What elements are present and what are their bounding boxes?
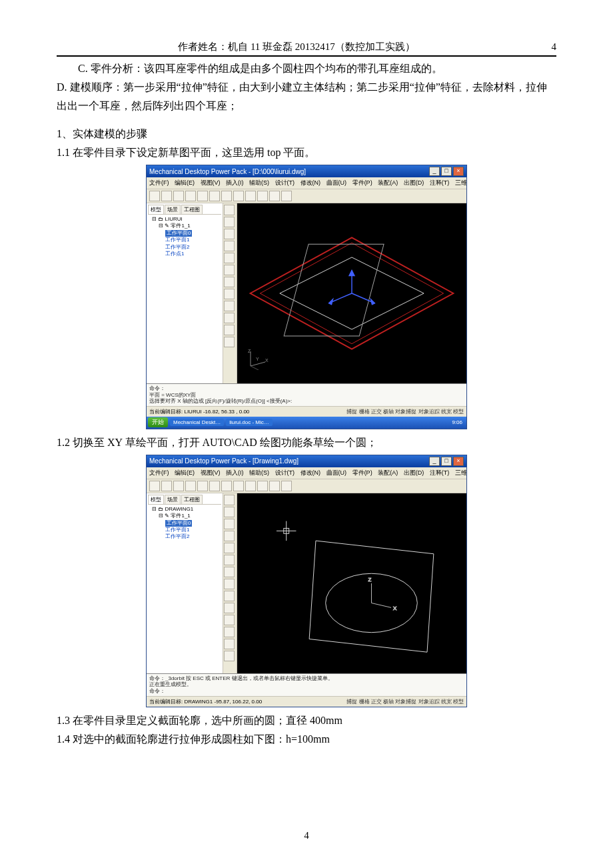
- menu-item[interactable]: 三维工具集(3): [455, 179, 466, 186]
- model-browser[interactable]: 模型 场景 工程图 ⊟ 🗀 LIURUI ⊟ ✎ 零件1_1 工作平面0 工作平…: [147, 203, 223, 383]
- menu-item[interactable]: 设计(T): [275, 469, 295, 476]
- feature-tree[interactable]: ⊟ 🗀 DRAWING1 ⊟ ✎ 零件1_1 工作平面0 工作平面1 工作平面2: [148, 506, 221, 541]
- maximize-icon[interactable]: □: [441, 457, 452, 466]
- status-toggles[interactable]: 捕捉 栅格 正交 极轴 对象捕捉 对象追踪 线宽 模型: [346, 698, 464, 705]
- tab-drawing[interactable]: 工程图: [181, 495, 203, 504]
- tree-selected[interactable]: 工作平面0: [165, 230, 192, 237]
- toolbar-button[interactable]: [173, 191, 184, 201]
- tool-icon[interactable]: [224, 651, 235, 661]
- tool-icon[interactable]: [224, 615, 235, 625]
- tool-icon[interactable]: [224, 229, 235, 239]
- tab-model[interactable]: 模型: [148, 205, 164, 214]
- menu-item[interactable]: 曲面(U): [326, 469, 347, 476]
- toolbar-button[interactable]: [149, 191, 160, 201]
- tool-icon[interactable]: [224, 241, 235, 251]
- menubar[interactable]: 文件(F) 编辑(E) 视图(V) 插入(I) 辅助(S) 设计(T) 修改(N…: [147, 177, 466, 189]
- toolbar-button[interactable]: [185, 191, 196, 201]
- tool-icon[interactable]: [224, 591, 235, 601]
- tool-icon[interactable]: [224, 337, 235, 347]
- tool-icon[interactable]: [224, 217, 235, 227]
- tool-icon[interactable]: [224, 205, 235, 215]
- tab-scene[interactable]: 场景: [165, 495, 181, 504]
- toolbar-button[interactable]: [245, 191, 256, 201]
- tab-model[interactable]: 模型: [148, 495, 164, 504]
- tool-icon[interactable]: [224, 301, 235, 311]
- start-button[interactable]: 开始: [148, 417, 168, 427]
- tool-icon[interactable]: [224, 519, 235, 529]
- toolbar-button[interactable]: [173, 481, 184, 491]
- tool-icon[interactable]: [224, 567, 235, 577]
- minimize-icon[interactable]: _: [429, 167, 440, 176]
- menu-item[interactable]: 修改(N): [301, 469, 321, 476]
- maximize-icon[interactable]: □: [441, 167, 452, 176]
- command-line[interactable]: 命令：_3dorbit 按 ESC 或 ENTER 键退出，或者单击鼠标右键显示…: [147, 673, 466, 696]
- tool-icon[interactable]: [224, 531, 235, 541]
- tool-icon[interactable]: [224, 543, 235, 553]
- tool-icon[interactable]: [224, 277, 235, 287]
- menu-item[interactable]: 曲面(U): [326, 179, 347, 186]
- menu-item[interactable]: 文件(F): [149, 469, 169, 476]
- menu-item[interactable]: 编辑(E): [175, 179, 195, 186]
- tool-icon[interactable]: [224, 495, 235, 505]
- menu-item[interactable]: 装配(A): [378, 179, 398, 186]
- toolbar-button[interactable]: [221, 191, 232, 201]
- model-browser[interactable]: 模型 场景 工程图 ⊟ 🗀 DRAWING1 ⊟ ✎ 零件1_1 工作平面0 工…: [147, 493, 223, 673]
- toolbar-button[interactable]: [185, 481, 196, 491]
- menu-item[interactable]: 三维工具集(3): [455, 469, 466, 476]
- toolbar-button[interactable]: [281, 191, 292, 201]
- command-line[interactable]: 命令： 平面 = WCS的XY面 选择要对齐 X 轴的边或 [反向(F)/旋转(…: [147, 383, 466, 406]
- viewport[interactable]: X Z: [237, 493, 466, 673]
- toolbar-button[interactable]: [233, 191, 244, 201]
- toolbar-button[interactable]: [209, 481, 220, 491]
- tab-drawing[interactable]: 工程图: [181, 205, 203, 214]
- menu-item[interactable]: 插入(I): [226, 179, 244, 186]
- toolbar-button[interactable]: [161, 191, 172, 201]
- menu-item[interactable]: 视图(V): [201, 179, 221, 186]
- toolbar-button[interactable]: [197, 481, 208, 491]
- taskbar-item[interactable]: liurui.doc - Mic…: [226, 419, 273, 426]
- tree-selected[interactable]: 工作平面0: [165, 520, 192, 527]
- toolbar-button[interactable]: [233, 481, 244, 491]
- minimize-icon[interactable]: _: [429, 457, 440, 466]
- tool-icon[interactable]: [224, 639, 235, 649]
- tool-icon[interactable]: [224, 313, 235, 323]
- menu-item[interactable]: 出图(D): [404, 179, 424, 186]
- toolbar-button[interactable]: [269, 481, 280, 491]
- toolbar-button[interactable]: [161, 481, 172, 491]
- tool-icon[interactable]: [224, 579, 235, 589]
- toolbar-button[interactable]: [245, 481, 256, 491]
- menu-item[interactable]: 装配(A): [378, 469, 398, 476]
- menu-item[interactable]: 注释(T): [430, 469, 450, 476]
- tool-icon[interactable]: [224, 507, 235, 517]
- status-toggles[interactable]: 捕捉 栅格 正交 极轴 对象捕捉 对象追踪 线宽 模型: [346, 408, 464, 415]
- tool-icon[interactable]: [224, 627, 235, 637]
- tool-icon[interactable]: [224, 555, 235, 565]
- menu-item[interactable]: 注释(T): [430, 179, 450, 186]
- toolbar-button[interactable]: [257, 481, 268, 491]
- tool-icon[interactable]: [224, 603, 235, 613]
- menu-item[interactable]: 视图(V): [201, 469, 221, 476]
- toolbar-button[interactable]: [149, 481, 160, 491]
- windows-taskbar[interactable]: 开始 Mechanical Deskt… liurui.doc - Mic… 9…: [147, 417, 466, 429]
- menu-item[interactable]: 辅助(S): [249, 469, 269, 476]
- toolbar-button[interactable]: [197, 191, 208, 201]
- close-icon[interactable]: ×: [453, 167, 464, 176]
- toolbar-button[interactable]: [209, 191, 220, 201]
- tab-scene[interactable]: 场景: [165, 205, 181, 214]
- toolbar-button[interactable]: [221, 481, 232, 491]
- menu-item[interactable]: 编辑(E): [175, 469, 195, 476]
- tool-icon[interactable]: [224, 325, 235, 335]
- close-icon[interactable]: ×: [453, 457, 464, 466]
- menu-item[interactable]: 零件(P): [352, 179, 372, 186]
- toolbar-button[interactable]: [269, 191, 280, 201]
- tool-icon[interactable]: [224, 253, 235, 263]
- menubar[interactable]: 文件(F) 编辑(E) 视图(V) 插入(I) 辅助(S) 设计(T) 修改(N…: [147, 467, 466, 479]
- menu-item[interactable]: 辅助(S): [249, 179, 269, 186]
- taskbar-item[interactable]: Mechanical Deskt…: [170, 419, 224, 426]
- menu-item[interactable]: 出图(D): [404, 469, 424, 476]
- tool-icon[interactable]: [224, 289, 235, 299]
- feature-tree[interactable]: ⊟ 🗀 LIURUI ⊟ ✎ 零件1_1 工作平面0 工作平面1 工作平面2 工…: [148, 216, 221, 257]
- menu-item[interactable]: 设计(T): [275, 179, 295, 186]
- menu-item[interactable]: 修改(N): [301, 179, 321, 186]
- toolbar-button[interactable]: [281, 481, 292, 491]
